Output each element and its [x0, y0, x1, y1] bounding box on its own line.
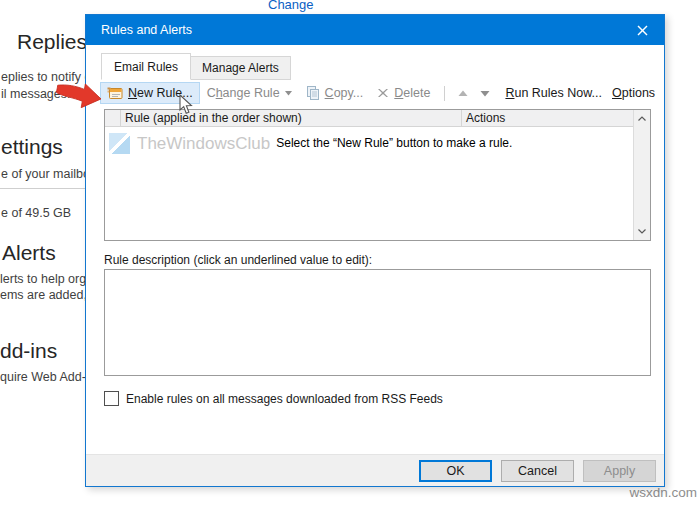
empty-rules-message: Select the “New Rule” button to make a r… — [276, 136, 512, 150]
run-rules-now-label: Run Rules Now... — [505, 86, 602, 100]
close-button[interactable] — [620, 15, 664, 45]
change-rule-label: Change Rule — [207, 86, 280, 100]
thewindowsclub-watermark: TheWindowsClub — [137, 134, 270, 154]
cancel-button[interactable]: Cancel — [501, 460, 574, 482]
rss-checkbox-row: Enable rules on all messages downloaded … — [104, 391, 443, 406]
run-rules-now-button[interactable]: Run Rules Now... — [500, 83, 607, 103]
change-rule-button[interactable]: Change Rule — [200, 82, 299, 104]
move-rule-up-button[interactable] — [458, 90, 468, 97]
chevron-down-icon — [638, 229, 646, 234]
rules-list-body: TheWindowsClub Select the “New Rule” but… — [105, 127, 650, 154]
dialog-titlebar[interactable]: Rules and Alerts — [86, 15, 664, 45]
rules-list-scrollbar[interactable] — [633, 110, 650, 240]
chevron-down-icon — [285, 91, 292, 96]
rules-list-header-rule-column: Rule (applied in the order shown) — [121, 110, 462, 126]
rules-list-header-actions-column: Actions — [462, 110, 633, 126]
bg-heading-addins: dd-ins — [0, 339, 57, 363]
scroll-down-button[interactable] — [634, 224, 650, 239]
rss-checkbox[interactable] — [104, 391, 119, 406]
scroll-up-button[interactable] — [634, 111, 650, 126]
bg-text-line: lerts to help orga — [0, 272, 93, 286]
close-icon — [637, 25, 648, 36]
ok-button[interactable]: OK — [419, 460, 492, 482]
rules-list-header-selector-column — [105, 110, 121, 126]
dialog-body: Email Rules Manage Alerts New Rule... Ch… — [86, 45, 664, 486]
options-label: Options — [612, 86, 655, 100]
dialog-footer: OK Cancel Apply — [86, 454, 664, 486]
tab-strip: Email Rules Manage Alerts — [101, 53, 291, 80]
cursor-arrow-icon — [179, 94, 193, 115]
bg-text-line: e of 49.5 GB — [1, 206, 71, 220]
bg-text-line: ems are added, c — [0, 288, 97, 302]
rule-description-label: Rule description (click an underlined va… — [104, 253, 372, 267]
rule-description-box[interactable] — [104, 269, 651, 376]
bg-heading-settings: ettings — [1, 135, 63, 159]
dialog-title: Rules and Alerts — [101, 23, 192, 37]
copy-label: Copy... — [325, 86, 364, 100]
bg-divider — [0, 188, 86, 189]
mouse-cursor — [179, 94, 193, 119]
change-link[interactable]: Change — [268, 0, 314, 12]
move-rule-down-button[interactable] — [480, 90, 490, 97]
copy-button[interactable]: Copy... — [299, 82, 371, 104]
arrow-up-icon — [458, 90, 468, 97]
rules-and-alerts-dialog: Rules and Alerts Email Rules Manage Aler… — [85, 14, 665, 487]
thewindowsclub-logo-icon — [109, 133, 130, 154]
apply-button[interactable]: Apply — [583, 460, 656, 482]
bg-heading-alerts: Alerts — [2, 241, 56, 265]
toolbar-separator — [444, 86, 445, 101]
copy-icon — [306, 86, 320, 100]
arrow-down-icon — [480, 90, 490, 97]
chevron-up-icon — [638, 116, 646, 121]
delete-label: Delete — [394, 86, 430, 100]
bg-heading-replies: Replies — [17, 30, 87, 54]
bg-text-line: e of your mailbox — [1, 167, 96, 181]
new-rule-icon — [107, 87, 123, 100]
rules-list: Rule (applied in the order shown) Action… — [104, 109, 651, 241]
rss-checkbox-label: Enable rules on all messages downloaded … — [126, 392, 443, 406]
options-button[interactable]: Options — [607, 83, 660, 103]
tab-manage-alerts[interactable]: Manage Alerts — [191, 56, 291, 79]
delete-icon — [377, 87, 389, 99]
tab-email-rules[interactable]: Email Rules — [101, 53, 191, 80]
site-watermark: wsxdn.com — [629, 485, 697, 500]
bg-text-line: quire Web Add-i — [0, 370, 89, 384]
delete-button[interactable]: Delete — [370, 82, 437, 104]
